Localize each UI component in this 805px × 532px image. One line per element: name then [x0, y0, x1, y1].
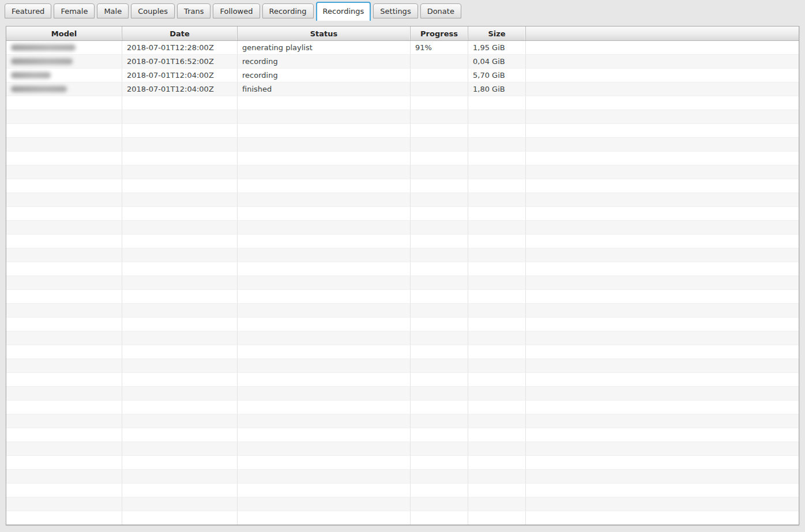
- cell-progress: [411, 414, 468, 428]
- tab-female[interactable]: Female: [54, 3, 95, 18]
- cell-status: recording: [238, 69, 411, 82]
- tab-donate[interactable]: Donate: [420, 3, 461, 18]
- cell-size: 0,04 GiB: [468, 55, 526, 68]
- cell-date: [122, 304, 238, 317]
- cell-model: [6, 82, 122, 96]
- cell-size: [468, 331, 526, 345]
- cell-size: [468, 152, 526, 165]
- cell-model: [6, 345, 122, 359]
- cell-model: [6, 387, 122, 400]
- cell-empty: [526, 290, 799, 303]
- tab-label: Donate: [427, 7, 454, 16]
- cell-progress: [411, 124, 468, 137]
- tab-label: Recording: [269, 7, 307, 16]
- cell-status: [238, 359, 411, 372]
- cell-date: [122, 248, 238, 262]
- cell-model: [6, 470, 122, 483]
- cell-status: generating playlist: [238, 41, 411, 54]
- cell-status: [238, 179, 411, 193]
- table-row-empty: [6, 179, 799, 193]
- tab-settings[interactable]: Settings: [373, 3, 417, 18]
- cell-progress: [411, 318, 468, 331]
- cell-model: [6, 484, 122, 497]
- cell-progress: [411, 193, 468, 206]
- table-row-empty: [6, 331, 799, 345]
- cell-empty: [526, 152, 799, 165]
- cell-model: [6, 497, 122, 511]
- cell-size: [468, 497, 526, 511]
- table-row-empty: [6, 387, 799, 401]
- cell-size: [468, 207, 526, 220]
- cell-model: [6, 152, 122, 165]
- cell-empty: [526, 511, 799, 525]
- cell-date: [122, 387, 238, 400]
- cell-progress: [411, 304, 468, 317]
- cell-model: [6, 262, 122, 276]
- table-row[interactable]: 2018-07-01T12:28:00Zgenerating playlist9…: [6, 41, 799, 55]
- cell-model: [6, 442, 122, 455]
- table-row-empty: [6, 207, 799, 221]
- column-header-empty[interactable]: [526, 27, 799, 40]
- cell-model: [6, 414, 122, 428]
- table-row-empty: [6, 373, 799, 387]
- tab-couples[interactable]: Couples: [131, 3, 175, 18]
- table-row[interactable]: 2018-07-01T12:04:00Zfinished1,80 GiB: [6, 82, 799, 96]
- tab-followed[interactable]: Followed: [213, 3, 259, 18]
- table-row-empty: [6, 165, 799, 179]
- cell-size: [468, 235, 526, 248]
- column-header-model[interactable]: Model: [6, 27, 122, 40]
- tab-trans[interactable]: Trans: [177, 3, 210, 18]
- column-header-date[interactable]: Date: [122, 27, 238, 40]
- cell-empty: [526, 497, 799, 511]
- table-row-empty: [6, 511, 799, 525]
- app-window: { "window": { "background_color": "#e7e7…: [0, 0, 805, 532]
- table-row-empty: [6, 276, 799, 290]
- cell-progress: [411, 470, 468, 483]
- cell-status: [238, 318, 411, 331]
- table-row-empty: [6, 96, 799, 110]
- cell-empty: [526, 138, 799, 151]
- cell-empty: [526, 359, 799, 372]
- table-row-empty: [6, 359, 799, 373]
- tab-featured[interactable]: Featured: [5, 3, 51, 18]
- cell-progress: [411, 235, 468, 248]
- tab-label: Male: [104, 7, 122, 16]
- cell-empty: [526, 96, 799, 110]
- cell-empty: [526, 484, 799, 497]
- table-row-empty: [6, 470, 799, 484]
- column-header-progress[interactable]: Progress: [411, 27, 468, 40]
- cell-status: finished: [238, 82, 411, 96]
- cell-date: [122, 124, 238, 137]
- model-name-redacted: [11, 72, 51, 78]
- cell-status: [238, 442, 411, 455]
- cell-empty: [526, 304, 799, 317]
- cell-size: [468, 387, 526, 400]
- cell-date: [122, 276, 238, 289]
- cell-progress: [411, 387, 468, 400]
- cell-status: [238, 345, 411, 359]
- cell-empty: [526, 262, 799, 276]
- cell-empty: [526, 373, 799, 386]
- cell-spacer: [526, 69, 799, 82]
- tab-recording[interactable]: Recording: [262, 3, 314, 18]
- cell-empty: [526, 414, 799, 428]
- tab-male[interactable]: Male: [97, 3, 129, 18]
- table-row-empty: [6, 235, 799, 248]
- cell-status: [238, 152, 411, 165]
- cell-progress: [411, 248, 468, 262]
- cell-size: 1,95 GiB: [468, 41, 526, 54]
- tab-recordings[interactable]: Recordings: [316, 2, 371, 21]
- column-header-status[interactable]: Status: [238, 27, 411, 40]
- table-row[interactable]: 2018-07-01T16:52:00Zrecording0,04 GiB: [6, 55, 799, 69]
- cell-model: [6, 179, 122, 193]
- cell-status: [238, 138, 411, 151]
- table-row-empty: [6, 138, 799, 152]
- table-row-empty: [6, 442, 799, 456]
- table-row[interactable]: 2018-07-01T12:04:00Zrecording5,70 GiB: [6, 69, 799, 82]
- cell-progress: [411, 373, 468, 386]
- cell-spacer: [526, 82, 799, 96]
- cell-date: 2018-07-01T12:04:00Z: [122, 82, 238, 96]
- column-header-size[interactable]: Size: [468, 27, 526, 40]
- cell-status: [238, 262, 411, 276]
- cell-size: [468, 165, 526, 179]
